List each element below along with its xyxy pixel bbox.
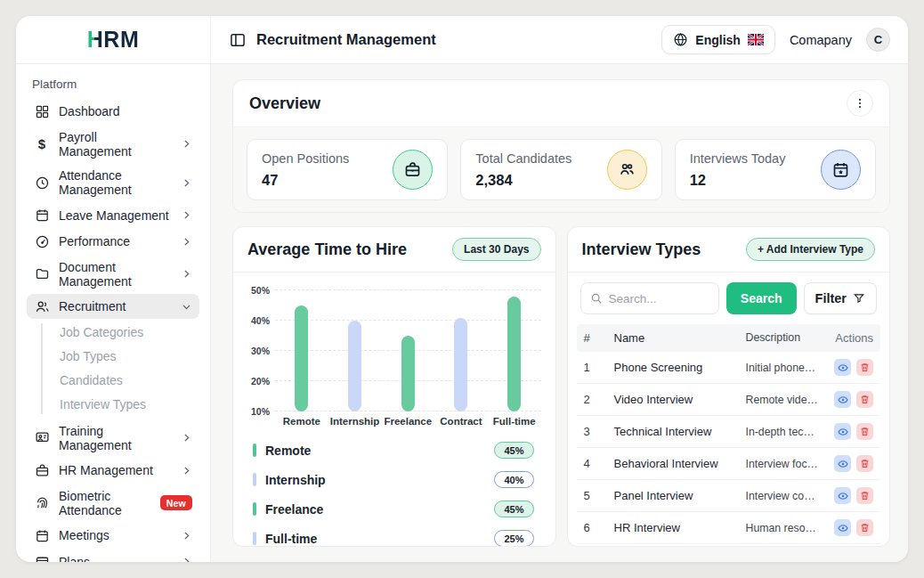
delete-button[interactable] [856, 423, 873, 440]
globe-icon [673, 32, 688, 47]
delete-button[interactable] [856, 455, 873, 472]
x-tick-label: Internship [328, 416, 382, 427]
interview-type-name: Panel Interview [614, 489, 746, 502]
legend-label: Internship [265, 473, 326, 487]
bar-remote [295, 305, 308, 411]
sidebar-section-label: Platform [32, 77, 194, 91]
delete-button[interactable] [856, 519, 873, 536]
sidebar-item-payroll[interactable]: $ Payroll Management [27, 126, 199, 163]
interview-types-title: Interview Types [582, 240, 701, 259]
sidebar: Platform Dashboard $ Payroll Management … [16, 64, 211, 562]
stat-card-total-candidates: Total Candidates 2,384 [460, 139, 661, 200]
bar-column [488, 290, 541, 411]
legend-label: Remote [265, 444, 311, 458]
period-badge[interactable]: Last 30 Days [452, 238, 540, 261]
calendar-icon [34, 527, 50, 543]
chevron-right-icon [181, 465, 192, 476]
delete-button[interactable] [856, 391, 873, 408]
bar-internship [348, 321, 361, 411]
recruitment-submenu: Job Categories Job Types Candidates Inte… [27, 321, 199, 417]
users-icon [34, 298, 50, 314]
calendar-star-icon [821, 150, 861, 190]
table-row: 5Panel InterviewInterview conducted by..… [577, 480, 881, 512]
view-button[interactable] [834, 487, 851, 504]
chart-x-axis: RemoteInternshipFreelanceContractFull-ti… [275, 416, 541, 427]
sidebar-subitem-interview-types[interactable]: Interview Types [27, 393, 199, 417]
sidebar-item-performance[interactable]: Performance [27, 229, 199, 254]
chevron-right-icon [181, 138, 192, 150]
row-number: 3 [584, 425, 614, 438]
chevron-right-icon [181, 236, 192, 248]
interview-type-name: Behavioral Interview [614, 457, 746, 470]
legend-label: Full-time [265, 532, 317, 546]
sidebar-item-dashboard[interactable]: Dashboard [27, 99, 199, 124]
search-button[interactable]: Search [726, 282, 797, 314]
fingerprint-icon [34, 495, 50, 511]
chevron-right-icon [181, 268, 192, 280]
calendar-icon [34, 208, 50, 224]
row-number: 2 [584, 393, 614, 406]
bar-column [381, 290, 434, 411]
chevron-right-icon [181, 530, 192, 541]
interview-type-name: Video Interview [614, 393, 746, 406]
interview-type-description: In-depth technical asse... [746, 426, 819, 438]
sidebar-subitem-job-types[interactable]: Job Types [27, 345, 199, 369]
training-icon [34, 430, 50, 446]
search-icon [590, 292, 603, 305]
chart-legend: Remote45%Internship40%Freelance45%Full-t… [246, 436, 541, 547]
view-button[interactable] [834, 519, 851, 536]
table-row: 1Phone ScreeningInitial phone interview.… [577, 352, 881, 384]
interview-type-name: Phone Screening [614, 361, 746, 374]
add-interview-type-button[interactable]: + Add Interview Type [746, 238, 875, 261]
logo-area: HRM [16, 16, 211, 63]
delete-button[interactable] [856, 359, 873, 376]
overview-title: Overview [249, 94, 320, 113]
legend-value-badge: 25% [494, 530, 533, 547]
sidebar-item-leave[interactable]: Leave Management [27, 203, 199, 228]
legend-value-badge: 45% [494, 501, 533, 517]
view-button[interactable] [834, 359, 851, 376]
view-button[interactable] [834, 391, 851, 408]
company-name: Comapany [790, 33, 852, 47]
interview-type-description: Interview conducted by... [746, 490, 819, 502]
topbar-right: English Comapany C [661, 16, 908, 63]
chevron-right-icon [181, 209, 192, 221]
sidebar-item-attendance[interactable]: Attendance Management [27, 164, 199, 201]
funnel-icon [853, 292, 865, 305]
legend-item: Internship40% [249, 465, 538, 494]
row-number: 1 [584, 361, 614, 374]
sidebar-item-hr-management[interactable]: HR Management [27, 458, 199, 483]
sidebar-item-biometric[interactable]: Biometric Attendance New [27, 484, 199, 522]
view-button[interactable] [834, 455, 851, 472]
legend-item: Remote45% [249, 436, 538, 465]
bar-column [434, 290, 488, 411]
view-button[interactable] [834, 423, 851, 440]
folder-icon [34, 266, 50, 282]
delete-button[interactable] [856, 487, 873, 504]
interview-type-description: Remote video interview.. [746, 394, 819, 406]
search-input[interactable] [609, 292, 709, 305]
sidebar-toggle-icon[interactable] [229, 31, 247, 49]
kebab-icon [854, 97, 866, 110]
average-time-to-hire-panel: Average Time to Hire Last 30 Days 10%20%… [232, 226, 556, 547]
language-label: English [695, 33, 741, 47]
briefcase-icon [393, 150, 433, 190]
sidebar-item-meetings[interactable]: Meetings [27, 523, 199, 548]
company-avatar[interactable]: C [866, 28, 890, 52]
sidebar-item-documents[interactable]: Document Management [27, 256, 199, 293]
sidebar-item-training[interactable]: Training Management [27, 419, 199, 457]
filter-button[interactable]: Filter [804, 282, 877, 314]
y-tick-label: 40% [251, 315, 270, 326]
legend-item: Full-time25% [249, 524, 538, 547]
language-selector[interactable]: English [661, 25, 775, 54]
sidebar-item-plans[interactable]: Plans [27, 550, 199, 563]
sidebar-item-recruitment[interactable]: Recruitment [27, 294, 199, 319]
sidebar-subitem-job-categories[interactable]: Job Categories [27, 321, 199, 345]
interview-types-panel: Interview Types + Add Interview Type Sea… [567, 226, 891, 547]
table-row: 3Technical InterviewIn-depth technical a… [577, 416, 881, 448]
overview-menu-button[interactable] [847, 90, 873, 117]
chart-title: Average Time to Hire [247, 240, 407, 259]
sidebar-subitem-candidates[interactable]: Candidates [27, 369, 199, 393]
bar-contract [454, 318, 467, 411]
dashboard-icon [34, 103, 50, 119]
